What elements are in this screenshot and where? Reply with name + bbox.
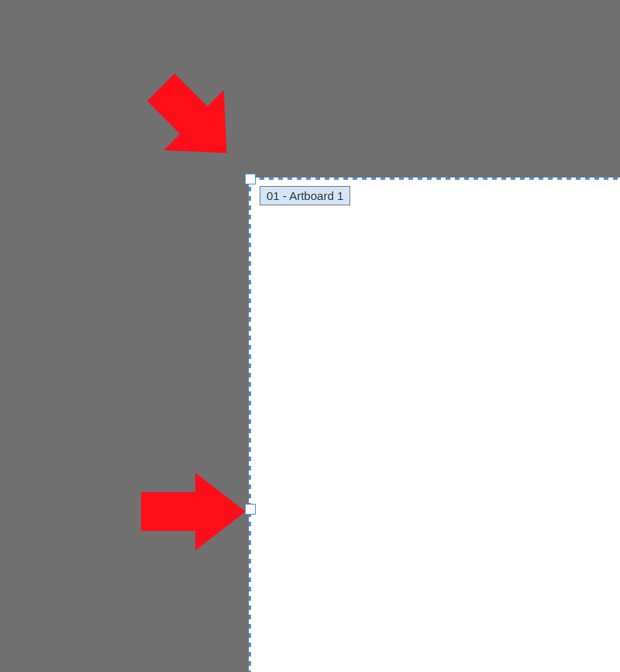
artboard-name-label[interactable]: 01 - Artboard 1 bbox=[260, 186, 350, 205]
selection-border-left bbox=[249, 177, 251, 672]
selection-border-top bbox=[250, 177, 620, 180]
annotation-arrow-icon bbox=[133, 469, 250, 554]
artboard-canvas[interactable] bbox=[250, 179, 620, 672]
annotation-arrow-icon bbox=[136, 62, 252, 178]
